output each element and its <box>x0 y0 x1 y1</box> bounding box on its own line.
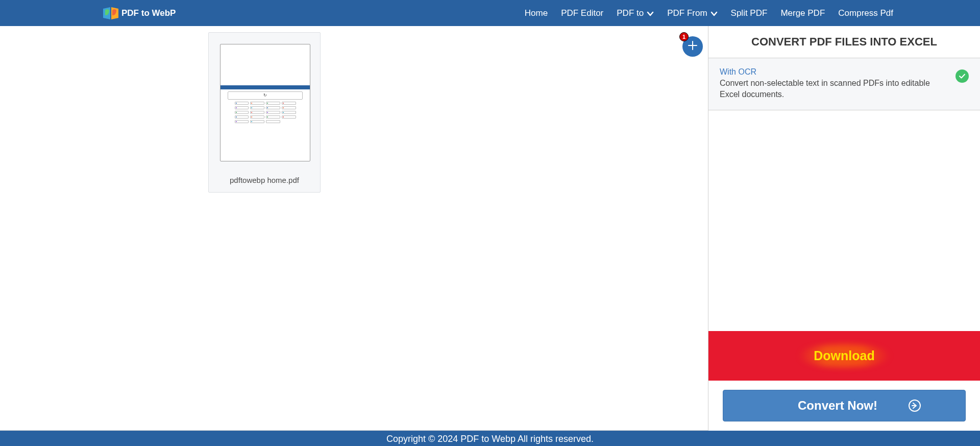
download-label: Download <box>814 348 874 363</box>
file-card[interactable]: ↻ pdftowebp home.pdf <box>208 32 321 193</box>
logo-text: PDF to WebP <box>121 8 176 18</box>
nav-pdf-from[interactable]: PDF From <box>667 8 717 18</box>
sidebar: CONVERT PDF FILES INTO EXCEL With OCR Co… <box>708 26 980 431</box>
check-icon <box>955 69 969 83</box>
plus-icon <box>687 40 698 53</box>
file-count-badge: 1 <box>679 32 689 41</box>
nav-home[interactable]: Home <box>525 8 548 18</box>
logo[interactable]: PDF to WebP <box>102 6 176 20</box>
nav-pdf-to[interactable]: PDF to <box>617 8 654 18</box>
ocr-label: With OCR <box>720 67 946 77</box>
ocr-option[interactable]: With OCR Convert non-selectable text in … <box>708 58 980 110</box>
nav-compress-pdf[interactable]: Compress Pdf <box>838 8 893 18</box>
pdf-thumbnail: ↻ <box>220 44 310 161</box>
nav-split-pdf[interactable]: Split PDF <box>731 8 768 18</box>
ocr-description: Convert non-selectable text in scanned P… <box>720 78 946 101</box>
download-button[interactable]: Download <box>708 331 980 381</box>
add-file-button[interactable]: 1 <box>682 36 703 57</box>
work-area: ↻ pdftowebp home.pdf 1 <box>0 26 708 431</box>
chevron-down-icon <box>647 10 654 17</box>
logo-icon <box>102 6 119 20</box>
arrow-right-circle-icon <box>908 399 921 412</box>
convert-label: Convert Now! <box>798 398 877 413</box>
footer: Copyright © 2024 PDF to Webp All rights … <box>0 431 980 446</box>
sidebar-title: CONVERT PDF FILES INTO EXCEL <box>708 26 980 58</box>
convert-now-button[interactable]: Convert Now! <box>723 390 966 421</box>
nav-merge-pdf[interactable]: Merge PDF <box>780 8 825 18</box>
file-name-label: pdftowebp home.pdf <box>220 176 309 184</box>
nav-pdf-editor[interactable]: PDF Editor <box>561 8 603 18</box>
chevron-down-icon <box>710 10 718 17</box>
footer-text: Copyright © 2024 PDF to Webp All rights … <box>386 434 594 444</box>
